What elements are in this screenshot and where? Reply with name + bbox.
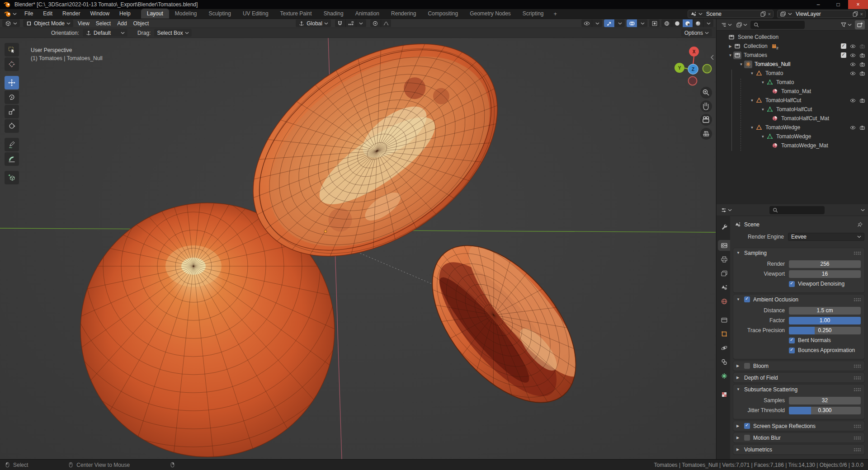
- hide-eye-toggle[interactable]: [850, 98, 856, 103]
- orientation-dropdown[interactable]: Default: [83, 29, 127, 37]
- panel-header[interactable]: ▼ Sampling: [733, 248, 864, 258]
- panel-disclosure-arrow[interactable]: ▼: [736, 251, 741, 255]
- tool-button[interactable]: [5, 138, 19, 151]
- window-control-button[interactable]: ×: [848, 0, 868, 9]
- outliner-item-label[interactable]: TomatoHalfCut: [776, 106, 812, 113]
- workspace-tab[interactable]: Sculpting: [203, 9, 237, 19]
- outliner-row[interactable]: ▼ Tomato: [717, 78, 868, 87]
- transform-orientation-dropdown[interactable]: Global: [296, 19, 331, 27]
- pin-icon[interactable]: [857, 221, 863, 228]
- render-camera-toggle[interactable]: [859, 43, 865, 49]
- outliner-row[interactable]: Scene Collection: [717, 33, 868, 42]
- window-control-button[interactable]: –: [808, 0, 828, 9]
- hide-eye-toggle[interactable]: [850, 43, 856, 49]
- viewport-menu[interactable]: Object: [130, 20, 152, 27]
- outliner-item-label[interactable]: Tomato: [765, 70, 783, 76]
- properties-tab[interactable]: [718, 268, 730, 279]
- property-checkbox[interactable]: [789, 281, 795, 287]
- outliner-row[interactable]: Tomato_Mat: [717, 87, 868, 96]
- workspace-tab[interactable]: Geometry Nodes: [464, 9, 517, 19]
- snap-settings-dropdown[interactable]: [345, 19, 356, 27]
- outliner-item-label[interactable]: TomatoWedge: [776, 133, 811, 140]
- properties-tab[interactable]: [718, 357, 730, 367]
- outliner-item-label[interactable]: TomatoWedge: [765, 124, 800, 131]
- viewport-3d[interactable]: X Y Z User Perspective (1) Tomatoes | To…: [0, 38, 716, 459]
- gizmo-axis-x-neg[interactable]: [689, 77, 697, 85]
- scene-selector[interactable]: Scene ×: [688, 10, 774, 18]
- disclosure-arrow[interactable]: ▼: [727, 53, 733, 57]
- outliner-filter-dropdown[interactable]: [840, 22, 853, 28]
- shading-dropdown[interactable]: [703, 19, 713, 27]
- panel-grip-handle[interactable]: [854, 251, 861, 255]
- disclosure-arrow[interactable]: ▼: [738, 62, 744, 66]
- panel-header[interactable]: ▶ Motion Blur: [733, 433, 864, 442]
- show-gizmo-toggle[interactable]: [604, 19, 614, 27]
- properties-tab[interactable]: [718, 296, 730, 307]
- outliner-item-label[interactable]: TomatoHalfCut: [765, 97, 801, 103]
- workspace-tab[interactable]: Texture Paint: [274, 9, 318, 19]
- panel-header[interactable]: ▶ Depth of Field: [733, 373, 864, 382]
- camera-view-button[interactable]: [700, 114, 712, 126]
- outliner-search-input[interactable]: [750, 21, 805, 29]
- options-dropdown[interactable]: Options: [681, 29, 712, 37]
- properties-tab[interactable]: [718, 254, 730, 265]
- disclosure-arrow[interactable]: ▼: [749, 126, 755, 130]
- outliner-row[interactable]: TomatoHalfCut_Mat: [717, 114, 868, 123]
- panel-disclosure-arrow[interactable]: ▶: [736, 447, 741, 451]
- properties-search-input[interactable]: [769, 206, 825, 214]
- properties-tab[interactable]: [718, 240, 730, 251]
- unlink-scene-icon[interactable]: ×: [768, 11, 771, 17]
- panel-header[interactable]: ▶ Bloom: [733, 361, 864, 371]
- render-camera-toggle[interactable]: [859, 125, 865, 131]
- disclosure-arrow[interactable]: ▶: [727, 44, 733, 48]
- render-engine-dropdown[interactable]: Eevee: [788, 233, 864, 241]
- gizmo-dropdown[interactable]: [614, 19, 625, 27]
- outliner-item-label[interactable]: TomatoHalfCut_Mat: [781, 115, 829, 122]
- value-slider[interactable]: 1.00: [789, 317, 861, 324]
- value-field[interactable]: 32: [789, 397, 861, 404]
- value-slider[interactable]: 0.250: [789, 327, 861, 334]
- outliner-item-label[interactable]: Tomato: [776, 79, 794, 85]
- chevron-down-icon[interactable]: [861, 209, 865, 212]
- panel-grip-handle[interactable]: [854, 436, 861, 440]
- tool-button[interactable]: [5, 43, 19, 56]
- outliner-row[interactable]: ▼ TomatoHalfCut: [717, 105, 868, 114]
- snap-dropdown-arrow[interactable]: [356, 19, 366, 27]
- hide-eye-toggle[interactable]: [850, 70, 856, 76]
- panel-disclosure-arrow[interactable]: ▶: [736, 364, 741, 368]
- panel-header[interactable]: ▶ Screen Space Reflections: [733, 421, 864, 431]
- panel-grip-handle[interactable]: [854, 424, 861, 428]
- mode-dropdown[interactable]: Object Mode: [23, 19, 73, 27]
- menubar-menu[interactable]: Help: [114, 9, 136, 19]
- tool-button[interactable]: [5, 119, 19, 133]
- tool-button[interactable]: [5, 76, 19, 89]
- shading-rendered-button[interactable]: [693, 19, 703, 27]
- outliner-row[interactable]: ▼ Tomato: [717, 69, 868, 78]
- shading-solid-button[interactable]: [672, 19, 682, 27]
- panel-grip-handle[interactable]: [854, 388, 861, 391]
- outliner-scope-dropdown[interactable]: [735, 22, 748, 28]
- new-collection-button[interactable]: [855, 20, 865, 29]
- tool-button[interactable]: [5, 57, 19, 71]
- visibility-dropdown[interactable]: [592, 19, 602, 27]
- panel-grip-handle[interactable]: [854, 448, 861, 451]
- workspace-tab[interactable]: Shading: [318, 9, 349, 19]
- properties-tab[interactable]: [718, 389, 730, 400]
- properties-tab[interactable]: [718, 221, 730, 232]
- properties-tab[interactable]: [718, 282, 730, 293]
- tool-button[interactable]: [5, 105, 19, 118]
- navigation-gizmo[interactable]: X Y Z: [675, 47, 712, 85]
- outliner-row[interactable]: ▼ Tomatoes: [717, 51, 868, 60]
- disclosure-arrow[interactable]: ▼: [749, 99, 755, 103]
- new-scene-icon[interactable]: [760, 11, 766, 17]
- panel-enable-checkbox[interactable]: [744, 435, 750, 441]
- shading-material-preview-button[interactable]: [682, 19, 693, 27]
- panel-disclosure-arrow[interactable]: ▶: [736, 424, 741, 428]
- panel-disclosure-arrow[interactable]: ▶: [736, 436, 741, 440]
- outliner-row[interactable]: TomatoWedge_Mat: [717, 141, 868, 150]
- menubar-menu[interactable]: Render: [57, 9, 85, 19]
- menubar-menu[interactable]: Window: [85, 9, 114, 19]
- workspace-tab[interactable]: Compositing: [422, 9, 464, 19]
- panel-disclosure-arrow[interactable]: ▼: [736, 387, 741, 391]
- viewport-menu[interactable]: View: [75, 20, 93, 27]
